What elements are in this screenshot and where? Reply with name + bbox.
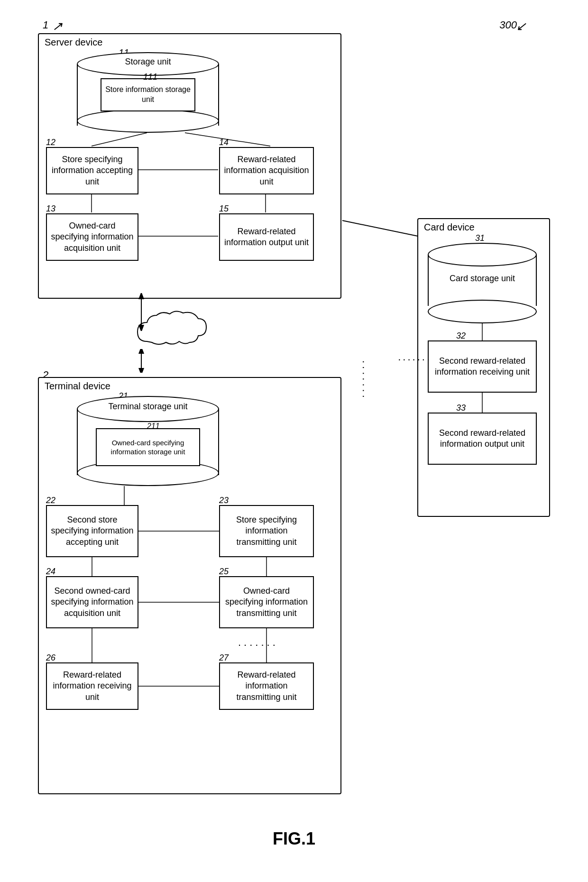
ref-15: 15 (219, 204, 229, 214)
owned-card-storage-box: Owned-card specifying information storag… (96, 428, 200, 466)
storage-unit-cylinder: Storage unit 111 Store information stora… (77, 52, 219, 133)
store-info-storage-box: Store information storage unit (101, 78, 195, 111)
ref-13: 13 (46, 204, 55, 214)
system-ref-label: 1 (43, 19, 48, 31)
store-info-storage-ref: 111 (143, 72, 157, 82)
ref-32: 32 (456, 331, 466, 341)
dots-right: ....... (398, 351, 432, 363)
storage-unit-label: Storage unit (77, 57, 219, 67)
ref-33: 33 (456, 403, 466, 413)
ref-12: 12 (46, 138, 55, 147)
store-specifying-accepting-box: Store specifying information accepting u… (46, 147, 138, 194)
store-specifying-transmitting-box: Store specifying information transmittin… (219, 505, 314, 557)
reward-transmitting-box: Reward-related information transmitting … (219, 662, 314, 710)
figure-label: FIG.1 (33, 829, 555, 849)
card-device-label: Card device (424, 222, 475, 233)
server-device-label: Server device (45, 37, 102, 48)
ref-22: 22 (46, 496, 55, 505)
reward-acquisition-box: Reward-related information acquisition u… (219, 147, 314, 194)
cloud-terminal-arrow (137, 349, 146, 375)
ref-24: 24 (46, 567, 55, 577)
ref-27: 27 (219, 653, 229, 663)
server-cloud-arrows (33, 294, 341, 351)
terminal-device-label: Terminal device (45, 381, 110, 392)
ref-14: 14 (219, 138, 229, 147)
second-reward-receiving-box: Second reward-related information receiv… (428, 340, 537, 393)
dots-terminal-right: ....... (238, 636, 278, 649)
owned-card-transmitting-box: Owned-card specifying information transm… (219, 576, 314, 628)
reward-receiving-box: Reward-related information receiving uni… (46, 662, 138, 710)
second-store-accepting-box: Second store specifying information acce… (46, 505, 138, 557)
owned-card-storage-ref: 211 (147, 422, 160, 431)
vertical-arrow-server-cloud (137, 293, 146, 331)
second-reward-output-box: Second reward-related information output… (428, 413, 537, 465)
system-ref-curve: ↗ (52, 19, 63, 34)
terminal-storage-label: Terminal storage unit (77, 402, 219, 412)
reward-output-box: Reward-related information output unit (219, 213, 314, 261)
owned-card-acquisition-box: Owned-card specifying information acquis… (46, 213, 138, 261)
ref-26: 26 (46, 653, 55, 663)
ref-25: 25 (219, 567, 229, 577)
server-device-box: Server device 11 Storage unit 111 Store … (38, 33, 341, 299)
card-storage-ref: 31 (475, 233, 485, 243)
card-storage-cylinder: Card storage unit (428, 243, 537, 323)
terminal-device-box: Terminal device 21 Terminal storage unit… (38, 377, 341, 794)
second-owned-card-acquisition-box: Second owned-card specifying information… (46, 576, 138, 628)
terminal-storage-cylinder: Terminal storage unit 211 Owned-card spe… (77, 396, 219, 486)
card-device-ref-300: 300 (499, 19, 517, 31)
arrow-300: ↙ (516, 19, 526, 34)
ref-23: 23 (219, 496, 229, 505)
card-device-box: Card device 31 Card storage unit 32 Seco… (417, 218, 550, 517)
card-storage-label: Card storage unit (428, 274, 537, 284)
dots-card-right: ....... (360, 360, 372, 401)
